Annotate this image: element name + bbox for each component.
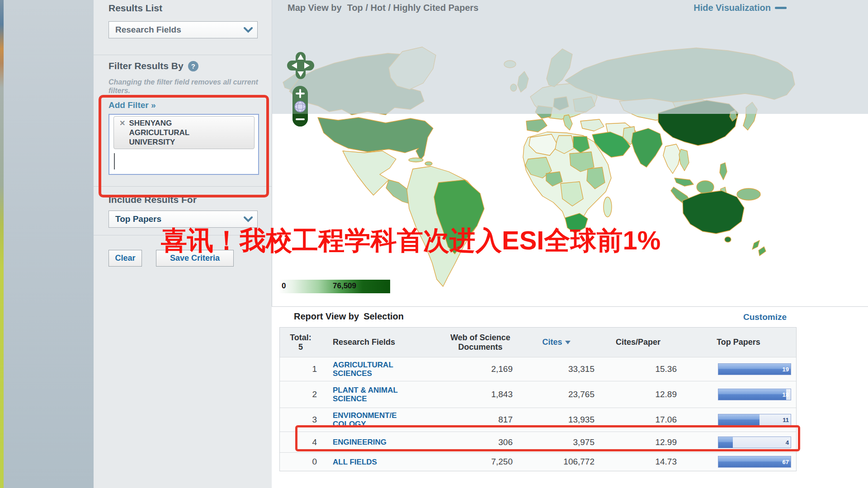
- table-row: 1 AGRICULTURAL SCIENCES 2,169 33,315 15.…: [280, 357, 796, 381]
- table-header-row: Total: 5 Research Fields Web of Science …: [280, 328, 796, 357]
- island-tasmania: [725, 237, 731, 242]
- row-rank: 1: [312, 364, 321, 374]
- top-papers-bar: 19: [718, 363, 791, 375]
- include-results-select-value: Top Papers: [115, 214, 161, 224]
- country-cuba: [409, 158, 423, 162]
- top-papers-count: 11: [783, 417, 789, 423]
- region-indochina: [663, 144, 681, 174]
- cites-value: 33,315: [568, 364, 594, 374]
- map-view-title: Map View by Top / Hot / Highly Cited Pap…: [288, 3, 478, 13]
- country-spain: [526, 119, 547, 132]
- top-papers-count: 67: [783, 459, 789, 465]
- country-australia: [683, 191, 744, 234]
- country-madagascar: [604, 197, 612, 217]
- help-icon[interactable]: ?: [188, 61, 198, 71]
- report-view-title-prefix: Report View by: [294, 311, 359, 322]
- legend-min: 0: [282, 282, 286, 291]
- cites-per-paper-value: 12.89: [655, 389, 677, 399]
- annotation-banner-text: 喜讯！我校工程学科首次进入ESI全球前1%: [161, 223, 660, 258]
- hide-visualization-link[interactable]: Hide Visualization: [693, 3, 787, 13]
- divider: [94, 55, 272, 55]
- col-wos-documents: Web of Science Documents: [448, 328, 518, 357]
- globe-icon: [295, 101, 306, 112]
- clear-button[interactable]: Clear: [108, 250, 142, 267]
- docs-value: 817: [498, 415, 513, 425]
- cites-value: 13,935: [568, 415, 594, 425]
- legend-max: 76,509: [333, 282, 356, 291]
- annotation-box-filter: [99, 95, 269, 197]
- total-label: Total:: [290, 333, 311, 343]
- cites-per-paper-value: 14.73: [655, 457, 677, 467]
- country-hispaniola: [425, 162, 432, 165]
- field-link[interactable]: PLANT & ANIMAL SCIENCE: [321, 386, 398, 403]
- docs-value: 1,843: [491, 389, 513, 399]
- chevron-down-icon: [244, 216, 253, 222]
- filter-results-label: Filter Results By: [108, 61, 184, 71]
- results-list-heading: Results List: [108, 3, 162, 14]
- top-papers-count: 19: [783, 366, 789, 373]
- customize-link[interactable]: Customize: [743, 312, 787, 322]
- top-papers-bar: 11: [718, 414, 791, 426]
- annotation-box-engineering-row: [295, 425, 800, 451]
- map-header-overlay: [272, 0, 868, 114]
- col-top-papers: Top Papers: [681, 328, 796, 357]
- top-papers-bar: 67: [718, 456, 791, 468]
- cites-per-paper-value: 15.36: [655, 364, 677, 374]
- col-cites-sortable[interactable]: Cites: [518, 328, 599, 357]
- country-india: [632, 128, 662, 167]
- total-header: Total: 5: [280, 328, 321, 357]
- docs-value: 7,250: [491, 457, 513, 467]
- report-view-title-value: Selection: [363, 311, 404, 322]
- map-controls[interactable]: [275, 19, 329, 155]
- wallpaper-strip: [0, 0, 4, 488]
- table-row: 0 ALL FIELDS 7,250 106,772 14.73 67: [280, 452, 796, 471]
- hide-visualization-label: Hide Visualization: [693, 3, 771, 13]
- row-rank: 0: [312, 457, 321, 467]
- row-rank: 2: [312, 389, 321, 399]
- field-link[interactable]: AGRICULTURAL SCIENCES: [321, 361, 393, 378]
- row-rank: 3: [312, 415, 321, 425]
- results-list-select-value: Research Fields: [115, 25, 181, 35]
- minimize-icon: [775, 7, 787, 9]
- cites-value: 23,765: [568, 389, 594, 399]
- field-link[interactable]: ALL FIELDS: [321, 458, 377, 466]
- report-section: Report View by Selection Customize Total…: [272, 306, 868, 488]
- map-view-title-value: Top / Hot / Highly Cited Papers: [347, 3, 479, 13]
- filter-results-heading: Filter Results By ?: [108, 61, 198, 71]
- results-list-select[interactable]: Research Fields: [108, 21, 258, 38]
- col-cites-per-paper: Cites/Paper: [599, 328, 681, 357]
- top-papers-bar: 18: [718, 389, 791, 400]
- esi-application-window: Results List Research Fields Filter Resu…: [0, 0, 868, 488]
- cites-per-paper-value: 17.06: [655, 415, 677, 425]
- page-background-left: [4, 0, 94, 488]
- country-malaysia: [675, 178, 693, 186]
- report-view-title: Report View by Selection: [294, 311, 404, 322]
- filter-note: Changing the filter field removes all cu…: [108, 78, 266, 95]
- docs-value: 2,169: [491, 364, 513, 374]
- country-philippines: [720, 163, 727, 180]
- map-view-title-prefix: Map View by: [288, 3, 342, 13]
- country-turkey: [580, 119, 604, 131]
- sort-descending-icon: [565, 341, 571, 344]
- top-papers-count: 18: [783, 391, 789, 398]
- island-new-guinea: [737, 188, 760, 200]
- chevron-down-icon: [244, 27, 253, 33]
- table-row: 2 PLANT & ANIMAL SCIENCE 1,843 23,765 12…: [280, 381, 796, 408]
- country-new-zealand: [752, 240, 766, 256]
- cites-value: 106,772: [563, 457, 594, 467]
- cites-label: Cites: [542, 338, 562, 347]
- country-vietnam: [679, 149, 689, 171]
- col-research-fields: Research Fields: [321, 328, 448, 357]
- island-borneo: [697, 181, 714, 193]
- total-value: 5: [298, 343, 303, 352]
- map-legend: 0 76,509: [279, 280, 390, 293]
